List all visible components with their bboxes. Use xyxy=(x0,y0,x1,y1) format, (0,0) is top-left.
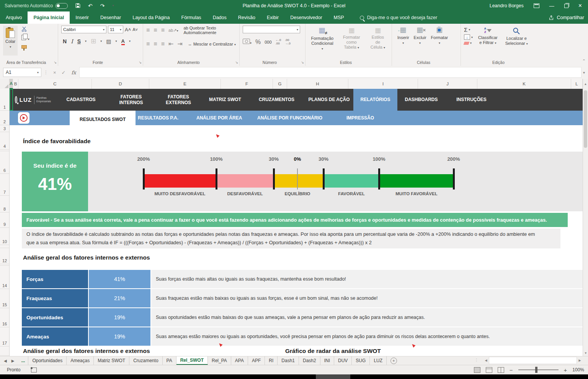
vertical-scrollbar[interactable]: ▼ xyxy=(583,89,588,356)
scrollbar-thumb[interactable] xyxy=(584,90,587,148)
font-name-select[interactable]: Calibri▾ xyxy=(61,26,106,33)
subnav-item-impressao[interactable]: IMPRESSÃO xyxy=(346,111,374,125)
row-header-6[interactable]: 6 xyxy=(0,151,9,174)
column-header-f[interactable]: F xyxy=(221,79,273,89)
row-header-17[interactable]: 17 xyxy=(0,327,9,346)
fill-color-icon[interactable]: ▨ xyxy=(106,38,111,44)
subnav-item-analise-por-area[interactable]: ANÁLISE POR ÁREA xyxy=(196,111,242,125)
column-header-b[interactable]: B xyxy=(13,79,18,89)
nav-item-fatores-internos[interactable]: FATORES INTERNOS xyxy=(107,89,155,111)
sheet-next-icon[interactable]: ▶ xyxy=(11,359,15,363)
increase-indent-icon[interactable]: ⇥ xyxy=(177,40,182,47)
menu-tab-msp[interactable]: MSP xyxy=(328,11,350,24)
column-header-l[interactable]: L xyxy=(571,79,583,89)
sheet-tab-rel-swot[interactable]: Rel_SWOT xyxy=(176,356,208,365)
hscroll-track[interactable] xyxy=(489,357,577,364)
row-header-4[interactable]: 4 xyxy=(0,132,9,150)
cancel-icon[interactable]: × xyxy=(53,70,56,75)
menu-tab-revisao[interactable]: Revisão xyxy=(232,11,261,24)
sheet-tab-luz[interactable]: LUZ xyxy=(370,356,387,365)
menu-tab-arquivo[interactable]: Arquivo xyxy=(0,11,28,24)
menu-tab-pagina-inicial[interactable]: Página Inicial xyxy=(28,11,70,24)
play-button[interactable] xyxy=(18,112,29,124)
row-header-10[interactable]: 10 xyxy=(0,228,9,245)
nav-item-planos-de-acao[interactable]: PLANOS DE AÇÃO xyxy=(305,89,353,111)
underline-button[interactable]: S xyxy=(77,38,81,44)
column-header-k[interactable]: K xyxy=(477,79,571,89)
normal-view-icon[interactable] xyxy=(474,367,480,373)
menu-tab-exibir[interactable]: Exibir xyxy=(261,11,284,24)
dialog-launcher-icon[interactable]: ↘ xyxy=(301,60,304,64)
zoom-level[interactable]: 100% xyxy=(572,367,584,372)
wrap-text-button[interactable]: ab Quebrar Texto Automaticamente xyxy=(184,26,237,35)
font-color-icon[interactable]: A xyxy=(121,38,125,44)
format-as-table-button[interactable]: ▦ Formatar comoTabela ▾ xyxy=(336,26,367,53)
tell-me-search[interactable]: Diga-me o que você deseja fazer xyxy=(360,11,437,24)
shrink-font-button[interactable]: A˅ xyxy=(132,27,138,32)
page-layout-view-icon[interactable] xyxy=(486,367,492,373)
borders-icon[interactable]: ⊞ xyxy=(91,38,96,44)
macro-record-icon[interactable] xyxy=(31,368,37,372)
align-center-icon[interactable]: ≡ xyxy=(154,41,157,47)
clear-button[interactable]: ▾ xyxy=(464,41,473,45)
hscroll-left-icon[interactable]: ◀ xyxy=(483,357,489,364)
insert-function-icon[interactable]: fx xyxy=(72,70,76,75)
subnav-item-resultados-swot[interactable]: RESULTADOS SWOT xyxy=(70,111,136,128)
column-header-a[interactable]: A xyxy=(10,79,13,89)
expand-formula-bar-icon[interactable]: ▾ xyxy=(583,70,585,75)
nav-item-instrucoes[interactable]: INSTRUÇÕES xyxy=(445,89,498,111)
save-icon[interactable] xyxy=(75,3,80,9)
decrease-decimal-icon[interactable]: .00→.0 xyxy=(285,39,291,46)
page-break-view-icon[interactable] xyxy=(498,367,504,373)
column-header-e[interactable]: E xyxy=(149,79,221,89)
subnav-item-resultados-p-a[interactable]: RESULTADOS P.A. xyxy=(138,111,178,125)
number-format-select[interactable]: ▾ xyxy=(243,26,300,33)
row-header-2[interactable]: 2 xyxy=(0,111,9,125)
row-header-8[interactable]: 8 xyxy=(0,196,9,212)
format-painter-button[interactable] xyxy=(21,43,29,50)
row-header-hidden[interactable] xyxy=(0,245,9,248)
orientation-icon[interactable]: ab↗▾ xyxy=(168,28,178,33)
sheet-tab-oportunidades[interactable]: Oportunidades xyxy=(28,356,67,365)
sheet-tab-apf[interactable]: APF xyxy=(248,356,265,365)
user-name[interactable]: Leandro Borges xyxy=(490,3,524,8)
menu-tab-desenvolvedor[interactable]: Desenvolvedor xyxy=(284,11,328,24)
menu-tab-desenhar[interactable]: Desenhar xyxy=(95,11,127,24)
row-header-15[interactable]: 15 xyxy=(0,289,9,308)
delete-cells-button[interactable]: ▦× Excluir▾ xyxy=(412,26,429,47)
merge-center-button[interactable]: ↔ Mesclar e Centralizar ▾ xyxy=(188,42,236,46)
sheet-tab-ameacas[interactable]: Ameaças xyxy=(67,356,94,365)
dialog-launcher-icon[interactable]: ↘ xyxy=(139,60,142,64)
column-header-c[interactable]: C xyxy=(18,79,92,89)
sheet-tab-apa[interactable]: APA xyxy=(231,356,248,365)
scroll-up-icon[interactable]: ▲ xyxy=(583,79,588,89)
formula-input[interactable] xyxy=(79,67,581,78)
nav-item-dashboards[interactable]: DASHBOARDS xyxy=(397,89,445,111)
column-header-i[interactable]: I xyxy=(348,79,418,89)
column-header-d[interactable]: D xyxy=(92,79,149,89)
percent-style-icon[interactable]: % xyxy=(255,39,261,46)
menu-tab-inserir[interactable]: Inserir xyxy=(70,11,95,24)
scroll-down-icon[interactable]: ▼ xyxy=(583,350,588,356)
row-header-hidden[interactable] xyxy=(0,346,9,356)
qat-customize-icon[interactable]: ▾ xyxy=(113,4,114,7)
sheet-tab-duv[interactable]: DUV xyxy=(334,356,352,365)
align-right-icon[interactable]: ≡ xyxy=(161,41,165,47)
sheet-tab-dash2[interactable]: Dash2 xyxy=(299,356,320,365)
zoom-in-icon[interactable]: + xyxy=(564,367,567,373)
column-header-h[interactable]: H xyxy=(287,79,348,89)
row-header-14[interactable]: 14 xyxy=(0,266,9,289)
zoom-out-icon[interactable]: − xyxy=(510,367,513,373)
grow-font-button[interactable]: A˄ xyxy=(125,27,131,33)
ribbon-display-options-icon[interactable] xyxy=(534,3,539,8)
sheet-prev-icon[interactable]: ◀ xyxy=(4,359,7,363)
autosave-toggle[interactable] xyxy=(56,3,68,9)
dialog-launcher-icon[interactable]: ↘ xyxy=(54,60,57,64)
name-box[interactable]: A1▾ xyxy=(3,68,41,77)
align-left-icon[interactable]: ≡ xyxy=(146,41,150,47)
restore-icon[interactable] xyxy=(564,4,568,8)
sheet-tab-ri[interactable]: RI xyxy=(265,356,278,365)
nav-item-matriz-swot[interactable]: MATRIZ SWOT xyxy=(202,89,248,111)
menu-tab-dados[interactable]: Dados xyxy=(207,11,232,24)
cut-button[interactable] xyxy=(21,26,29,33)
